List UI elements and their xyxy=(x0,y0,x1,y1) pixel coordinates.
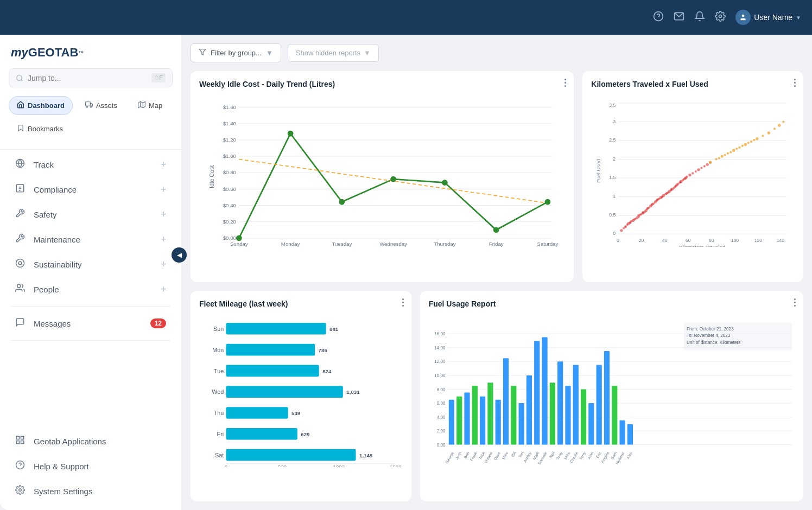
svg-rect-19 xyxy=(21,436,24,439)
help-icon[interactable] xyxy=(653,11,664,24)
sidebar-item-geotab-apps[interactable]: Geotab Applications xyxy=(4,429,177,454)
svg-point-8 xyxy=(86,106,88,107)
km-fuel-chart-card: Kilometers Traveled x Fuel Used Fuel Use… xyxy=(582,71,803,282)
svg-text:1: 1 xyxy=(613,194,616,199)
search-bar[interactable]: ⇧F xyxy=(9,68,173,87)
filter-button[interactable]: Filter by group... ▼ xyxy=(191,43,281,62)
km-fuel-more-button[interactable] xyxy=(794,79,796,87)
tab-map[interactable]: Map xyxy=(130,96,170,115)
svg-text:1500: 1500 xyxy=(390,464,402,467)
user-menu[interactable]: User Name ▼ xyxy=(735,10,801,25)
svg-text:From: October 21, 2023: From: October 21, 2023 xyxy=(687,327,734,331)
svg-text:$0.20: $0.20 xyxy=(223,219,237,225)
maintenance-expand[interactable]: + xyxy=(160,234,166,245)
mail-icon[interactable] xyxy=(674,11,684,24)
svg-point-150 xyxy=(703,165,706,167)
compliance-label: Compliance xyxy=(34,185,160,194)
sidebar-item-system-settings[interactable]: System Settings xyxy=(4,479,177,503)
svg-point-133 xyxy=(633,218,636,220)
svg-point-131 xyxy=(629,222,631,224)
sidebar-item-help[interactable]: Help & Support xyxy=(4,454,177,479)
filter-chevron: ▼ xyxy=(266,49,273,57)
svg-rect-231 xyxy=(518,403,524,444)
svg-point-157 xyxy=(732,149,735,152)
tab-dashboard[interactable]: Dashboard xyxy=(9,96,73,115)
sidebar-item-messages[interactable]: Messages 12 xyxy=(4,311,177,336)
svg-text:Eric: Eric xyxy=(595,451,602,459)
svg-text:Saturday: Saturday xyxy=(537,241,559,247)
svg-point-49 xyxy=(390,176,396,182)
fleet-mileage-more-button[interactable] xyxy=(402,298,404,307)
search-icon xyxy=(16,74,23,82)
svg-text:14.00: 14.00 xyxy=(434,345,446,350)
svg-rect-238 xyxy=(573,365,578,444)
svg-point-136 xyxy=(647,207,649,209)
svg-point-132 xyxy=(625,226,627,228)
svg-point-16 xyxy=(16,259,24,267)
fuel-usage-more-button[interactable] xyxy=(794,298,796,307)
checklist-icon xyxy=(15,183,27,195)
home-icon xyxy=(17,101,24,110)
svg-point-163 xyxy=(767,131,770,134)
sidebar-item-maintenance[interactable]: Maintenance + xyxy=(4,227,177,252)
nav-icons: User Name ▼ xyxy=(653,10,801,25)
help-circle-icon xyxy=(15,460,27,472)
svg-text:$0.80: $0.80 xyxy=(223,169,237,175)
svg-rect-233 xyxy=(534,341,540,444)
tab-assets[interactable]: Assets xyxy=(77,96,125,115)
sidebar-collapse-button[interactable]: ◀ xyxy=(172,247,187,263)
svg-rect-234 xyxy=(542,337,547,444)
svg-text:Fri: Fri xyxy=(217,431,224,437)
logo-my: my xyxy=(11,46,28,60)
svg-point-167 xyxy=(718,157,720,159)
svg-marker-10 xyxy=(138,101,145,108)
idle-cost-more-button[interactable] xyxy=(564,79,566,87)
svg-text:80: 80 xyxy=(709,238,714,243)
svg-text:Kilometers Traveled: Kilometers Traveled xyxy=(679,244,726,247)
svg-text:8.00: 8.00 xyxy=(436,387,445,392)
svg-point-51 xyxy=(493,227,499,233)
sidebar-item-compliance[interactable]: Compliance + xyxy=(4,177,177,202)
settings-icon[interactable] xyxy=(715,11,726,24)
sidebar-item-track[interactable]: Track + xyxy=(4,152,177,177)
svg-point-3 xyxy=(719,15,722,17)
sidebar-item-people[interactable]: People + xyxy=(4,277,177,302)
sustainability-label: Sustainability xyxy=(34,260,160,269)
svg-point-91 xyxy=(626,224,629,226)
content-area: Filter by group... ▼ Show hidden reports… xyxy=(182,35,812,510)
svg-text:1.5: 1.5 xyxy=(610,175,616,180)
sustainability-expand[interactable]: + xyxy=(160,259,166,270)
messages-label: Messages xyxy=(34,319,150,328)
sidebar-bottom: Geotab Applications Help & Support Syste… xyxy=(0,429,181,510)
svg-text:40: 40 xyxy=(662,238,668,243)
svg-point-139 xyxy=(661,196,663,198)
bell-icon[interactable] xyxy=(694,11,705,24)
sidebar-item-sustainability[interactable]: Sustainability + xyxy=(4,252,177,277)
svg-rect-236 xyxy=(557,361,563,444)
assets-icon xyxy=(85,101,93,110)
tab-bookmarks[interactable]: Bookmarks xyxy=(9,119,71,138)
svg-text:1000: 1000 xyxy=(333,464,345,467)
people-expand[interactable]: + xyxy=(160,284,166,295)
svg-rect-187 xyxy=(226,386,342,398)
svg-text:Mon: Mon xyxy=(212,346,224,353)
svg-rect-232 xyxy=(526,375,531,444)
svg-rect-240 xyxy=(588,403,594,444)
search-input[interactable] xyxy=(28,74,147,82)
sidebar-item-safety[interactable]: Safety + xyxy=(4,202,177,227)
nav-tabs: Dashboard Assets Map Bookmarks xyxy=(0,96,181,147)
compliance-expand[interactable]: + xyxy=(160,184,166,195)
svg-text:Mike: Mike xyxy=(501,451,509,460)
svg-text:Thursday: Thursday xyxy=(434,241,456,247)
gear-icon xyxy=(15,485,27,497)
filter-icon xyxy=(199,48,206,58)
section-divider xyxy=(11,306,170,307)
chevron-left-icon: ◀ xyxy=(177,251,182,259)
safety-expand[interactable]: + xyxy=(160,209,166,220)
track-expand[interactable]: + xyxy=(160,159,166,170)
logo: my GEOTAB ™ xyxy=(0,35,181,68)
svg-text:Wednesday: Wednesday xyxy=(379,241,407,247)
hidden-reports-button[interactable]: Show hidden reports ▼ xyxy=(288,44,379,62)
svg-rect-228 xyxy=(495,399,500,444)
svg-rect-181 xyxy=(226,323,326,335)
